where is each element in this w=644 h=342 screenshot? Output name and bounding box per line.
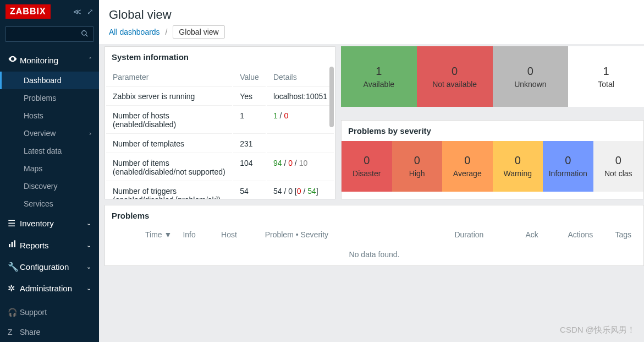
- widget-system-info: System information Parameter Value Detai…: [104, 46, 335, 199]
- sidebar-item-latest-data[interactable]: Latest data: [2, 142, 99, 160]
- col-actions[interactable]: Actions: [544, 230, 599, 239]
- col-info[interactable]: Info: [177, 230, 216, 239]
- table-row: Number of triggers (enabled/disabled [pr…: [106, 182, 334, 199]
- col-problem[interactable]: Problem • Severity: [260, 230, 402, 239]
- col-tags[interactable]: Tags: [598, 230, 637, 239]
- share-icon: Z: [8, 328, 20, 336]
- col-duration[interactable]: Duration: [401, 230, 489, 239]
- scrollbar[interactable]: [329, 67, 334, 127]
- severity-cell-disaster[interactable]: 0Disaster: [342, 141, 392, 192]
- severity-cell-average[interactable]: 0Average: [442, 141, 493, 192]
- link-share[interactable]: Z Share: [0, 322, 99, 342]
- main: Global view All dashboards / Global view…: [99, 0, 644, 342]
- severity-cell-not-clas[interactable]: 0Not clas: [593, 141, 644, 192]
- sidebar-item-overview[interactable]: Overview›: [2, 124, 99, 142]
- search-icon[interactable]: [81, 30, 89, 39]
- col-details: Details: [267, 68, 334, 86]
- widget-title: Problems by severity: [342, 121, 643, 141]
- breadcrumb-current[interactable]: Global view: [173, 25, 224, 39]
- headset-icon: 🎧: [8, 308, 20, 317]
- svg-rect-4: [14, 240, 15, 247]
- avail-cell-not-available[interactable]: 0Not available: [417, 46, 493, 107]
- no-data-message: No data found.: [105, 243, 643, 265]
- breadcrumb-all[interactable]: All dashboards: [109, 28, 160, 36]
- avail-cell-available[interactable]: 1Available: [341, 46, 417, 107]
- avail-cell-total[interactable]: 1Total: [568, 46, 644, 107]
- wrench-icon: 🔧: [8, 262, 20, 272]
- svg-line-1: [86, 35, 88, 37]
- page-header: Global view: [99, 0, 644, 28]
- sidebar-item-services[interactable]: Services: [2, 195, 99, 213]
- table-row: Number of items (enabled/disabled/not su…: [106, 154, 334, 181]
- nav-inventory[interactable]: ☰ Inventory ⌄: [0, 213, 99, 234]
- severity-cell-information[interactable]: 0Information: [543, 141, 593, 192]
- nav-administration[interactable]: ✲ Administration ⌄: [0, 278, 99, 299]
- widget-host-availability: 1Available0Not available0Unknown1Total: [341, 46, 644, 107]
- sidebar: ZABBIX ≪ ⤢ Monitoring ˆ DashboardProblem…: [0, 0, 99, 342]
- nav-reports[interactable]: Reports ⌄: [0, 234, 99, 256]
- sidebar-item-dashboard[interactable]: Dashboard: [0, 72, 99, 89]
- svg-rect-3: [12, 242, 13, 247]
- logo[interactable]: ZABBIX: [5, 4, 51, 19]
- severity-cell-high[interactable]: 0High: [392, 141, 443, 192]
- table-row: Number of templates231: [106, 135, 334, 153]
- chevron-down-icon: ⌄: [86, 242, 91, 249]
- chevron-down-icon: ⌄: [86, 220, 91, 227]
- table-header: Time ▼ Info Host Problem • Severity Dura…: [105, 226, 643, 243]
- search-input[interactable]: [5, 26, 93, 42]
- nav-configuration[interactable]: 🔧 Configuration ⌄: [0, 256, 99, 278]
- sidebar-item-discovery[interactable]: Discovery: [2, 177, 99, 195]
- sidebar-item-hosts[interactable]: Hosts: [2, 107, 99, 124]
- nav-monitoring[interactable]: Monitoring ˆ: [0, 48, 99, 72]
- collapse-icon[interactable]: ≪: [73, 7, 81, 16]
- eye-icon: [8, 54, 20, 66]
- link-support[interactable]: 🎧 Support: [0, 302, 99, 322]
- col-host[interactable]: Host: [216, 230, 260, 239]
- watermark: CSDN @快乐风男！: [560, 325, 635, 335]
- chevron-down-icon: ⌄: [86, 285, 91, 292]
- col-time[interactable]: Time ▼: [112, 230, 177, 239]
- svg-rect-2: [9, 244, 10, 247]
- gear-icon: ✲: [8, 283, 20, 294]
- table-row: Zabbix server is runningYeslocalhost:100…: [106, 88, 334, 106]
- chevron-right-icon: ›: [89, 130, 91, 137]
- avail-cell-unknown[interactable]: 0Unknown: [493, 46, 569, 107]
- sidebar-item-problems[interactable]: Problems: [2, 89, 99, 107]
- widget-problems: Problems Time ▼ Info Host Problem • Seve…: [104, 205, 644, 266]
- nav-label: Monitoring: [20, 56, 58, 65]
- list-icon: ☰: [8, 218, 20, 229]
- expand-icon[interactable]: ⤢: [87, 7, 93, 16]
- table-row: Number of hosts (enabled/disabled)11 / 0: [106, 107, 334, 134]
- chart-icon: [8, 240, 20, 251]
- widget-problems-severity: Problems by severity 0Disaster0High0Aver…: [341, 120, 644, 200]
- col-value: Value: [233, 68, 266, 86]
- svg-point-0: [82, 31, 86, 35]
- chevron-up-icon: ˆ: [89, 57, 91, 63]
- page-title: Global view: [109, 8, 634, 22]
- col-parameter: Parameter: [106, 68, 232, 86]
- chevron-down-icon: ⌄: [86, 263, 91, 270]
- severity-cell-warning[interactable]: 0Warning: [493, 141, 543, 192]
- widget-title: Problems: [105, 205, 643, 226]
- widget-title: System information: [105, 47, 335, 67]
- breadcrumb: All dashboards / Global view: [99, 28, 644, 44]
- col-ack[interactable]: Ack: [489, 230, 544, 239]
- sidebar-item-maps[interactable]: Maps: [2, 160, 99, 177]
- sidebar-header: ZABBIX ≪ ⤢: [0, 0, 99, 23]
